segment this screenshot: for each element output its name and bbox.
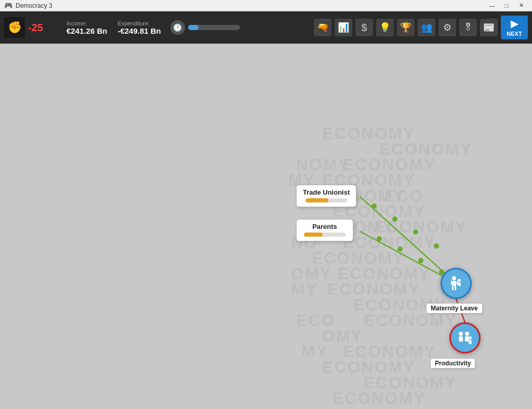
trade-unionist-bar-fill [305,198,328,202]
svg-rect-17 [455,286,456,290]
main-canvas: ECONOMYECONOMYNOMYECONOMYMYECONOMYECOECO… [0,44,532,409]
next-button[interactable]: ▶ NEXT [501,16,528,39]
watermark-text: ECONOMY [312,249,405,268]
parents-label: Parents [303,223,347,230]
watermark-text: ECONOMY [343,342,436,361]
minimize-button[interactable]: — [485,1,499,10]
maternity-icon [447,274,466,293]
titlebar-controls: — □ ✕ [485,1,528,10]
watermark-text: ECONOMY [374,217,467,237]
svg-point-3 [371,203,377,209]
trade-unionist-card[interactable]: Trade Unionist [296,185,356,207]
watermark-text: ECONOMY [343,233,436,252]
parents-bar [304,233,345,237]
svg-point-22 [465,332,469,336]
watermark-text: ECO [296,311,335,330]
watermark-text: ECONOMY [327,280,420,299]
svg-rect-23 [465,336,469,342]
progress-bar [188,25,240,30]
toolbar-icons: 🔫 📊 $ 💡 🏆 👥 ⚙ 🎖 📰 ▶ NEXT [314,16,528,39]
watermark-text: ECO [384,186,423,206]
close-button[interactable]: ✕ [514,1,528,10]
svg-line-1 [360,231,456,283]
dollar-button[interactable]: $ [355,19,373,36]
bulb-button[interactable]: 💡 [376,19,394,36]
gear-button[interactable]: ⚙ [438,19,456,36]
parents-bar-fill [304,233,323,237]
titlebar-left: 🎮 Democracy 3 [4,2,52,9]
time-area: 🕐 [170,20,240,35]
svg-rect-13 [452,281,456,286]
watermark-text: MY [301,342,328,361]
titlebar: 🎮 Democracy 3 — □ ✕ [0,0,532,11]
svg-point-9 [418,258,423,263]
progress-bar-fill [188,25,198,30]
maternity-leave-label: Maternity Leave [426,303,483,313]
expenditure-label: Expenditure: [117,20,161,26]
productivity-node[interactable] [449,322,481,353]
watermark-text: ECONOMY [322,124,415,143]
watermark-text: ECONOMY [322,358,415,377]
income-block: Income: €241.26 Bn [66,20,107,35]
window-title: Democracy 3 [16,2,52,9]
svg-point-8 [397,247,403,252]
watermark-text: ECONOMY [338,264,431,283]
parents-card[interactable]: Parents [296,219,353,241]
trade-unionist-label: Trade Unionist [303,188,350,196]
medal-button[interactable]: 🎖 [459,19,477,36]
svg-rect-14 [451,281,453,285]
watermark-text: ECONOMY [364,311,457,330]
maximize-button[interactable]: □ [500,1,513,10]
watermark-text: NOMY [296,155,350,174]
productivity-label: Productivity [430,358,475,369]
svg-point-7 [377,236,382,241]
next-label: NEXT [507,31,522,37]
svg-line-0 [360,197,456,283]
svg-point-18 [458,279,461,282]
watermark-text: ECONOMY [332,389,425,408]
fist-icon: ✊ [8,21,22,34]
watermark-text: ECONOMY [379,140,472,159]
svg-rect-25 [469,340,472,344]
watermark-layer: ECONOMYECONOMYNOMYECONOMYMYECONOMYECOECO… [0,44,532,409]
expenditure-block: Expenditure: -€249.81 Bn [117,20,161,35]
expenditure-value: -€249.81 Bn [117,26,161,35]
maternity-leave-node[interactable] [441,268,472,299]
watermark-text: ECONOMY [364,373,457,392]
income-value: €241.26 Bn [66,26,107,35]
svg-overlay [0,44,532,409]
trade-unionist-bar [305,198,347,202]
svg-point-20 [459,332,463,336]
stats-area: Income: €241.26 Bn Expenditure: -€249.81… [66,20,161,35]
svg-rect-21 [459,336,463,342]
svg-point-12 [452,276,456,280]
svg-rect-19 [458,282,461,286]
watermark-text: MY [291,280,318,299]
chart-button[interactable]: 📊 [335,19,352,36]
svg-rect-16 [452,286,454,290]
gun-button[interactable]: 🔫 [314,19,331,36]
clock-icon: 🕐 [170,20,185,35]
score-badge: -25 [28,22,43,34]
watermark-text: OMY [322,326,363,346]
newspaper-button[interactable]: 📰 [480,19,498,36]
people-button[interactable]: 👥 [418,19,435,36]
productivity-icon [456,329,474,347]
svg-point-4 [392,216,397,222]
svg-point-6 [434,243,439,249]
svg-point-24 [469,336,472,339]
trophy-button[interactable]: 🏆 [397,19,415,36]
watermark-text: ECONOMY [343,155,436,174]
logo-icon: ✊ [4,17,25,38]
income-label: Income: [66,20,107,26]
watermark-text: OMY [291,264,332,283]
svg-point-5 [413,229,418,235]
svg-rect-15 [457,281,458,285]
logo-area: ✊ -25 [4,17,61,38]
toolbar: ✊ -25 Income: €241.26 Bn Expenditure: -€… [0,11,532,44]
